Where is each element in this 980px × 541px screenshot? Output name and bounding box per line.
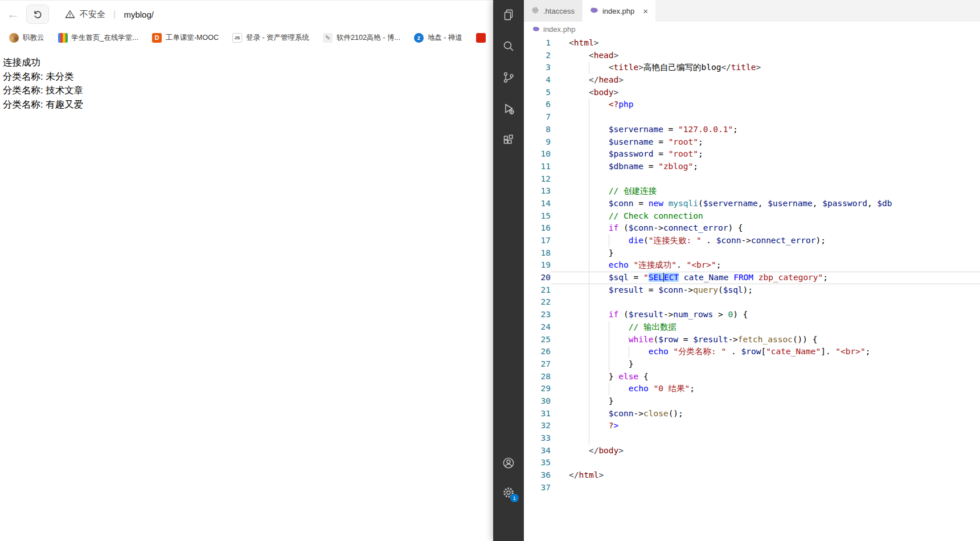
line-number[interactable]: 35 (524, 457, 551, 469)
extensions-icon[interactable] (501, 133, 516, 147)
line-number[interactable]: 30 (524, 395, 551, 408)
code-line-35[interactable]: 35 (524, 457, 980, 469)
code-line-37[interactable]: 37 (524, 482, 980, 494)
line-number[interactable]: 16 (524, 222, 551, 235)
line-number[interactable]: 14 (524, 198, 551, 210)
settings-gear-icon[interactable]: 1 (501, 485, 516, 500)
refresh-button[interactable] (26, 5, 49, 24)
code-line-19[interactable]: 19 echo "连接成功". "<br>"; (524, 259, 980, 272)
code-line-24[interactable]: 24 // 输出数据 (524, 321, 980, 334)
code-line-15[interactable]: 15 // Check connection (524, 210, 980, 223)
bookmark-zentao[interactable]: z 地盘 - 禅道 (414, 33, 462, 43)
indent-guide (589, 420, 589, 432)
code-line-28[interactable]: 28 } else { (524, 371, 980, 383)
code-line-22[interactable]: 22 (524, 296, 980, 309)
bookmark-clipped[interactable] (476, 33, 486, 43)
line-number[interactable]: 8 (524, 124, 551, 136)
code-line-20[interactable]: 20 $sql = "SELECT cate_Name FROM zbp_cat… (524, 272, 980, 284)
source-control-icon[interactable] (501, 70, 516, 85)
line-number[interactable]: 33 (524, 432, 551, 445)
line-number[interactable]: 9 (524, 136, 551, 149)
bookmark-zhijiaoyun[interactable]: 职教云 (9, 33, 44, 43)
code-line-27[interactable]: 27 } (524, 358, 980, 371)
line-number[interactable]: 2 (524, 50, 551, 62)
line-number[interactable]: 12 (524, 173, 551, 186)
code-line-31[interactable]: 31 $conn->close(); (524, 408, 980, 420)
code-line-10[interactable]: 10 $password = "root"; (524, 148, 980, 161)
code-line-32[interactable]: 32 ?> (524, 420, 980, 432)
line-number[interactable]: 6 (524, 99, 551, 111)
account-icon[interactable] (501, 456, 516, 470)
bookmark-asset-system[interactable]: JS 登录 - 资产管理系统 (232, 33, 309, 43)
code-line-29[interactable]: 29 echo "0 结果"; (524, 383, 980, 395)
bookmark-mooc[interactable]: D 工单课堂-MOOC (152, 33, 219, 43)
code-line-9[interactable]: 9 $username = "root"; (524, 136, 980, 149)
bookmark-xuetang[interactable]: 学生首页_在线学堂... (58, 33, 138, 43)
code-line-34[interactable]: 34 </body> (524, 445, 980, 457)
code-line-21[interactable]: 21 $result = $conn->query($sql); (524, 284, 980, 297)
tab-htaccess[interactable]: .htaccess (524, 0, 583, 22)
line-number[interactable]: 17 (524, 235, 551, 247)
code-line-7[interactable]: 7 (524, 111, 980, 124)
line-number[interactable]: 23 (524, 309, 551, 321)
line-number[interactable]: 26 (524, 346, 551, 358)
code-line-23[interactable]: 23 if ($result->num_rows > 0) { (524, 309, 980, 321)
line-number[interactable]: 36 (524, 469, 551, 482)
code-line-6[interactable]: 6 <?php (524, 99, 980, 111)
code-line-16[interactable]: 16 if ($conn->connect_error) { (524, 222, 980, 235)
line-number[interactable]: 32 (524, 420, 551, 432)
line-number[interactable]: 29 (524, 383, 551, 395)
line-number[interactable]: 5 (524, 87, 551, 99)
line-number[interactable]: 24 (524, 321, 551, 334)
code-line-1[interactable]: 1<html> (524, 37, 980, 50)
files-icon[interactable] (501, 7, 516, 22)
code-token: = (653, 149, 668, 158)
code-line-11[interactable]: 11 $dbname = "zblog"; (524, 161, 980, 173)
line-number[interactable]: 4 (524, 74, 551, 87)
code-line-17[interactable]: 17 die("连接失败: " . $conn->connect_error); (524, 235, 980, 247)
code-line-13[interactable]: 13 // 创建连接 (524, 185, 980, 198)
line-number[interactable]: 25 (524, 334, 551, 346)
bookmark-blog[interactable]: ✎ 软件2102高艳 - 博... (323, 33, 400, 43)
site-info[interactable]: 不安全 | myblog/ (65, 9, 154, 20)
line-number[interactable]: 18 (524, 247, 551, 260)
code-line-12[interactable]: 12 (524, 173, 980, 186)
code-line-25[interactable]: 25 while($row = $result->fetch_assoc()) … (524, 334, 980, 346)
line-number[interactable]: 27 (524, 358, 551, 371)
code-line-18[interactable]: 18 } (524, 247, 980, 260)
line-number[interactable]: 37 (524, 482, 551, 494)
line-number[interactable]: 22 (524, 296, 551, 309)
code-line-33[interactable]: 33 (524, 432, 980, 445)
line-number[interactable]: 28 (524, 371, 551, 383)
code-line-26[interactable]: 26 echo "分类名称: " . $row["cate_Name"]. "<… (524, 346, 980, 358)
tab-close-icon[interactable]: × (643, 6, 648, 16)
code-line-36[interactable]: 36</html> (524, 469, 980, 482)
line-number[interactable]: 15 (524, 210, 551, 223)
line-number[interactable]: 21 (524, 284, 551, 297)
code-line-3[interactable]: 3 <title>高艳自己编写的blog</title> (524, 62, 980, 74)
line-number[interactable]: 19 (524, 259, 551, 272)
line-number[interactable]: 1 (524, 37, 551, 50)
code-line-14[interactable]: 14 $conn = new mysqli($servername, $user… (524, 198, 980, 210)
back-button-icon[interactable]: ← (7, 7, 26, 22)
url-text[interactable]: myblog/ (124, 10, 154, 19)
line-number[interactable]: 13 (524, 185, 551, 198)
search-icon[interactable] (501, 39, 516, 54)
code-line-5[interactable]: 5 <body> (524, 87, 980, 99)
tab-indexphp[interactable]: index.php × (583, 0, 656, 22)
code-line-4[interactable]: 4 </head> (524, 74, 980, 87)
breadcrumb[interactable]: index.php (524, 22, 980, 37)
code-line-8[interactable]: 8 $servername = "127.0.0.1"; (524, 124, 980, 136)
line-number[interactable]: 11 (524, 161, 551, 173)
run-debug-icon[interactable] (501, 101, 516, 116)
line-number[interactable]: 20 (524, 272, 551, 284)
line-number[interactable]: 7 (524, 111, 551, 124)
code-line-2[interactable]: 2 <head> (524, 50, 980, 62)
line-number[interactable]: 3 (524, 62, 551, 74)
line-number[interactable]: 31 (524, 408, 551, 420)
code-editor[interactable]: 1<html>2 <head>3 <title>高艳自己编写的blog</tit… (524, 37, 980, 541)
line-number[interactable]: 10 (524, 148, 551, 161)
line-number[interactable]: 34 (524, 445, 551, 457)
code-line-30[interactable]: 30 } (524, 395, 980, 408)
code-token: "<br>" (835, 347, 865, 356)
